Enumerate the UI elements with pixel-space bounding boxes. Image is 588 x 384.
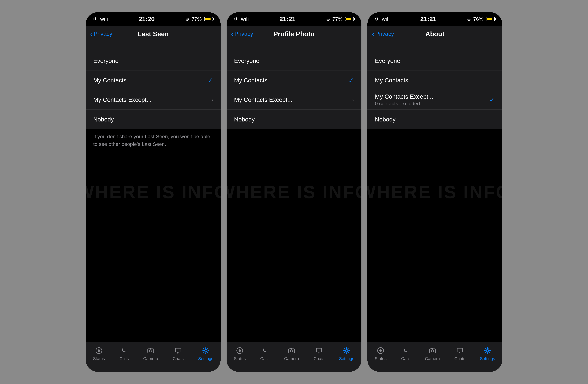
list-item-content: My Contacts Except...0 contacts excluded	[375, 93, 433, 106]
list-item-0[interactable]: Everyone	[86, 51, 221, 71]
list-item-2[interactable]: My Contacts Except...›	[227, 90, 361, 110]
settings-tab-label: Settings	[480, 356, 495, 361]
watermark: WHERE IS INFO	[86, 182, 221, 202]
tab-status[interactable]: Status	[375, 347, 386, 361]
list-item-3[interactable]: Nobody	[86, 110, 221, 129]
phone-about: ✈ wifi 21:21 ⊕ 76% ‹ Privacy About WHERE…	[367, 12, 502, 372]
watermark: WHERE IS INFO	[227, 182, 361, 202]
list-item-right: ›	[352, 97, 354, 103]
status-left: ✈ wifi	[93, 16, 108, 22]
tab-chats[interactable]: Chats	[454, 347, 465, 361]
tab-calls[interactable]: Calls	[260, 347, 270, 361]
settings-icon	[483, 347, 491, 355]
tab-status[interactable]: Status	[234, 347, 246, 361]
chevron-right-icon: ›	[211, 97, 213, 103]
tab-status[interactable]: Status	[93, 347, 105, 361]
tab-settings[interactable]: Settings	[480, 347, 495, 361]
content-wrapper: WHERE IS INFOEveryoneMy Contacts✓My Cont…	[86, 42, 221, 342]
camera-tab-label: Camera	[425, 356, 440, 361]
list-item-0[interactable]: Everyone	[367, 51, 502, 71]
status-tab-label: Status	[375, 356, 386, 361]
wifi-icon: wifi	[100, 16, 108, 22]
tab-camera[interactable]: Camera	[425, 347, 440, 361]
list-item-content: Everyone	[93, 58, 119, 64]
list-item-text: My Contacts	[375, 77, 408, 84]
calls-icon	[402, 347, 410, 355]
list-item-content: My Contacts	[375, 77, 408, 84]
battery-fill	[205, 18, 211, 20]
tab-calls[interactable]: Calls	[119, 347, 129, 361]
nav-back-button[interactable]: ‹ Privacy	[90, 30, 112, 38]
tab-chats[interactable]: Chats	[173, 347, 184, 361]
svg-point-1	[98, 349, 100, 352]
location-icon: ⊕	[326, 17, 330, 22]
list-item-1[interactable]: My Contacts✓	[227, 71, 361, 90]
nav-back-button[interactable]: ‹ Privacy	[372, 30, 394, 38]
settings-tab-label: Settings	[198, 356, 213, 361]
calls-icon	[120, 347, 128, 355]
camera-tab-label: Camera	[143, 356, 158, 361]
nav-bar: ‹ Privacy Profile Photo	[227, 26, 361, 42]
camera-icon	[147, 347, 155, 355]
list-item-text: My Contacts Except...	[93, 97, 151, 103]
list-item-3[interactable]: Nobody	[227, 110, 361, 129]
svg-point-11	[345, 349, 348, 352]
status-bar: ✈ wifi 21:21 ⊕ 77%	[227, 12, 361, 26]
back-label[interactable]: Privacy	[94, 31, 112, 37]
list-section: EveryoneMy Contacts✓My Contacts Except..…	[86, 51, 221, 129]
svg-rect-10	[290, 348, 292, 349]
watermark: WHERE IS INFO	[367, 182, 502, 202]
svg-point-5	[205, 349, 207, 352]
status-bar: ✈ wifi 21:21 ⊕ 76%	[367, 12, 502, 26]
list-item-1[interactable]: My Contacts✓	[86, 71, 221, 90]
list-item-text: My Contacts Except...	[375, 93, 433, 100]
camera-icon	[429, 347, 436, 355]
nav-bar: ‹ Privacy About	[367, 26, 502, 42]
battery-body	[486, 17, 495, 21]
list-item-content: My Contacts	[93, 77, 126, 84]
calls-tab-label: Calls	[119, 356, 129, 361]
tab-camera[interactable]: Camera	[143, 347, 158, 361]
tab-camera[interactable]: Camera	[284, 347, 299, 361]
tab-calls[interactable]: Calls	[401, 347, 410, 361]
status-tab-label: Status	[93, 356, 105, 361]
camera-tab-label: Camera	[284, 356, 299, 361]
list-item-2[interactable]: My Contacts Except...0 contacts excluded…	[367, 90, 502, 110]
list-section: EveryoneMy Contacts✓My Contacts Except..…	[227, 51, 361, 129]
phone-last-seen: ✈ wifi 21:20 ⊕ 77% ‹ Privacy Last Seen W…	[86, 12, 221, 372]
svg-point-13	[379, 349, 382, 352]
tab-chats[interactable]: Chats	[314, 347, 324, 361]
battery-body	[345, 17, 354, 21]
svg-rect-16	[431, 348, 433, 349]
battery-fill	[486, 18, 492, 20]
list-item-content: Nobody	[234, 116, 255, 123]
back-label[interactable]: Privacy	[375, 31, 394, 37]
list-item-text: Nobody	[375, 116, 396, 123]
tab-bar: Status Calls Camera Chats Settings	[86, 342, 221, 372]
tab-settings[interactable]: Settings	[339, 347, 354, 361]
list-item-content: My Contacts Except...	[93, 97, 151, 103]
list-item-content: My Contacts Except...	[234, 97, 292, 103]
svg-point-7	[239, 349, 241, 352]
status-time: 21:21	[279, 15, 295, 23]
list-item-subtext: 0 contacts excluded	[375, 101, 433, 106]
section-spacer	[367, 42, 502, 51]
list-item-1[interactable]: My Contacts	[367, 71, 502, 90]
list-item-2[interactable]: My Contacts Except...›	[86, 90, 221, 110]
list-item-0[interactable]: Everyone	[227, 51, 361, 71]
status-time: 21:21	[420, 15, 436, 23]
tab-settings[interactable]: Settings	[198, 347, 213, 361]
battery-percent: 77%	[191, 16, 202, 22]
back-label[interactable]: Privacy	[234, 31, 253, 37]
nav-bar: ‹ Privacy Last Seen	[86, 26, 221, 42]
airplane-icon: ✈	[93, 16, 98, 22]
checkmark-icon: ✓	[489, 96, 495, 104]
nav-title: Profile Photo	[273, 30, 315, 38]
svg-point-9	[290, 350, 293, 352]
list-item-text: My Contacts	[234, 77, 267, 84]
back-arrow-icon: ‹	[231, 30, 234, 38]
status-right: ⊕ 77%	[326, 16, 354, 22]
list-item-3[interactable]: Nobody	[367, 110, 502, 129]
nav-back-button[interactable]: ‹ Privacy	[231, 30, 253, 38]
chats-icon	[174, 347, 182, 355]
